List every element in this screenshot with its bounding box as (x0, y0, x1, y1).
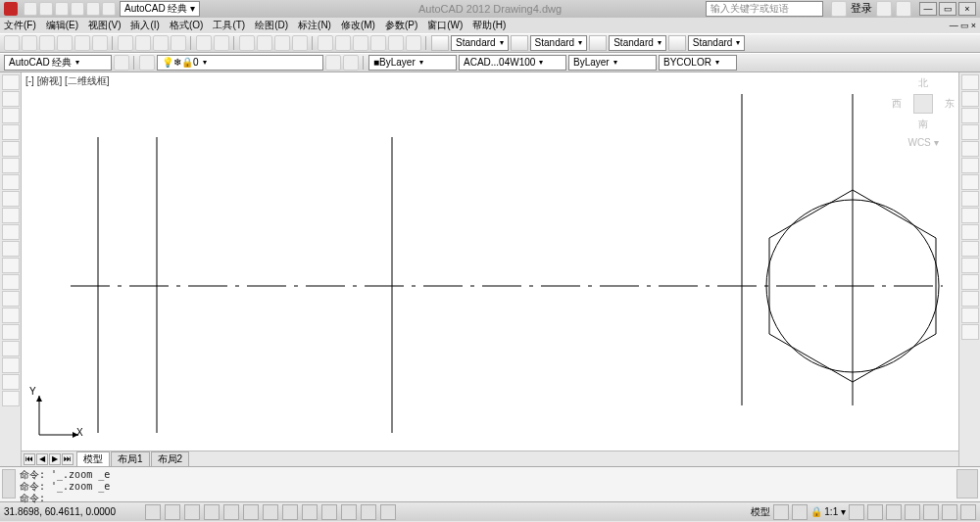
menu-edit[interactable]: 编辑(E) (46, 19, 78, 32)
mleaderstyle-icon[interactable] (668, 35, 686, 51)
tablestyle-dropdown[interactable]: Standard (609, 35, 666, 51)
zoom-previous-icon[interactable] (292, 35, 308, 51)
scale-tool-icon[interactable] (961, 191, 979, 207)
new-icon[interactable] (24, 2, 37, 16)
user-icon[interactable] (831, 1, 847, 17)
isolate-objects-icon[interactable] (942, 504, 957, 520)
layer-properties-icon[interactable] (139, 55, 155, 71)
menu-dim[interactable]: 标注(N) (298, 19, 331, 32)
menu-draw[interactable]: 绘图(D) (255, 19, 288, 32)
menu-view[interactable]: 视图(V) (88, 19, 121, 32)
linetype-dropdown[interactable]: ACAD...04W100 (459, 55, 566, 71)
stretch-tool-icon[interactable] (961, 208, 979, 223)
make-block-icon[interactable] (2, 274, 20, 290)
lwt-toggle-icon[interactable] (321, 504, 337, 520)
cmdline-scroll-icon[interactable] (956, 469, 978, 498)
copy-tool-icon[interactable] (961, 91, 979, 107)
tab-first-icon[interactable]: ⏮ (24, 453, 35, 465)
layer-previous-icon[interactable] (325, 55, 341, 71)
region-tool-icon[interactable] (2, 341, 20, 356)
properties-icon[interactable] (318, 35, 333, 51)
spline-tool-icon[interactable] (2, 208, 20, 223)
qp-toggle-icon[interactable] (361, 504, 376, 520)
chamfer-tool-icon[interactable] (961, 291, 979, 307)
plot-icon[interactable] (57, 35, 73, 51)
tablestyle-icon[interactable] (589, 35, 607, 51)
cmd-prompt[interactable]: 命令: (20, 493, 953, 504)
mirror-tool-icon[interactable] (961, 108, 979, 123)
osnap-toggle-icon[interactable] (223, 504, 239, 520)
print-icon[interactable] (71, 2, 84, 16)
login-label[interactable]: 登录 (851, 1, 872, 17)
doc-close-button[interactable]: × (971, 21, 976, 30)
hatch-tool-icon[interactable] (2, 308, 20, 323)
zoom-realtime-icon[interactable] (257, 35, 272, 51)
insert-block-icon[interactable] (2, 258, 20, 273)
copy-icon[interactable] (135, 35, 151, 51)
help-icon[interactable] (896, 1, 911, 17)
undo-icon[interactable] (86, 2, 100, 16)
close-button[interactable]: × (958, 2, 976, 16)
anno-visibility-icon[interactable] (849, 504, 864, 520)
rectangle-tool-icon[interactable] (2, 141, 20, 157)
osnap3d-toggle-icon[interactable] (243, 504, 259, 520)
designcenter-icon[interactable] (335, 35, 351, 51)
quickview-layouts-icon[interactable] (773, 504, 789, 520)
point-tool-icon[interactable] (2, 291, 20, 307)
ducs-toggle-icon[interactable] (282, 504, 298, 520)
paste-icon[interactable] (153, 35, 169, 51)
grid-toggle-icon[interactable] (165, 504, 180, 520)
line-tool-icon[interactable] (2, 74, 20, 90)
menu-window[interactable]: 窗口(W) (427, 19, 463, 32)
rotate-tool-icon[interactable] (961, 174, 979, 190)
gradient-tool-icon[interactable] (2, 324, 20, 340)
quickcalc-icon[interactable] (406, 35, 421, 51)
ellipse-tool-icon[interactable] (2, 224, 20, 240)
table-tool-icon[interactable] (2, 357, 20, 373)
sc-toggle-icon[interactable] (380, 504, 396, 520)
anno-autoscale-icon[interactable] (867, 504, 883, 520)
open-file-icon[interactable] (22, 35, 37, 51)
match-props-icon[interactable] (171, 35, 186, 51)
tpy-toggle-icon[interactable] (341, 504, 357, 520)
otrack-toggle-icon[interactable] (263, 504, 278, 520)
menu-format[interactable]: 格式(O) (170, 19, 203, 32)
toolpalettes-icon[interactable] (353, 35, 368, 51)
tab-prev-icon[interactable]: ◀ (36, 453, 48, 465)
quickview-drawings-icon[interactable] (792, 504, 808, 520)
addselected-tool-icon[interactable] (2, 391, 20, 406)
tab-model[interactable]: 模型 (76, 451, 110, 467)
textstyle-icon[interactable] (431, 35, 449, 51)
save-icon[interactable] (55, 2, 69, 16)
maximize-button[interactable]: ▭ (939, 2, 956, 16)
dyn-toggle-icon[interactable] (302, 504, 318, 520)
anno-scale[interactable]: 1:1 (824, 506, 838, 517)
doc-maximize-button[interactable]: ▭ (960, 21, 969, 30)
open-icon[interactable] (39, 2, 53, 16)
save-file-icon[interactable] (39, 35, 55, 51)
search-input[interactable]: 输入关键字或短语 (706, 1, 823, 17)
coords-readout[interactable]: 31.8698, 60.4611, 0.0000 (4, 506, 141, 517)
command-line[interactable]: 命令: '_.zoom _e 命令: '_.zoom _e 命令: (0, 466, 980, 501)
redo-btn-icon[interactable] (214, 35, 229, 51)
circle-tool-icon[interactable] (2, 174, 20, 190)
doc-minimize-button[interactable]: — (950, 21, 958, 30)
trim-tool-icon[interactable] (961, 224, 979, 240)
preview-icon[interactable] (74, 35, 90, 51)
mtext-tool-icon[interactable] (2, 374, 20, 390)
sheetset-icon[interactable] (370, 35, 386, 51)
polyline-tool-icon[interactable] (2, 108, 20, 123)
layer-dropdown[interactable]: 💡❄🔒 0 (157, 55, 323, 71)
clean-screen-icon[interactable] (960, 504, 976, 520)
undo-btn-icon[interactable] (196, 35, 212, 51)
workspace-selector[interactable]: AutoCAD 经典 ▾ (120, 1, 200, 17)
mleaderstyle-dropdown[interactable]: Standard (688, 35, 746, 51)
redo-icon[interactable] (102, 2, 116, 16)
dimstyle-icon[interactable] (511, 35, 528, 51)
explode-tool-icon[interactable] (961, 324, 979, 340)
workspace-dropdown[interactable]: AutoCAD 经典 (4, 55, 112, 71)
pan-icon[interactable] (239, 35, 255, 51)
menu-modify[interactable]: 修改(M) (341, 19, 375, 32)
construction-line-icon[interactable] (2, 91, 20, 107)
join-tool-icon[interactable] (961, 274, 979, 290)
